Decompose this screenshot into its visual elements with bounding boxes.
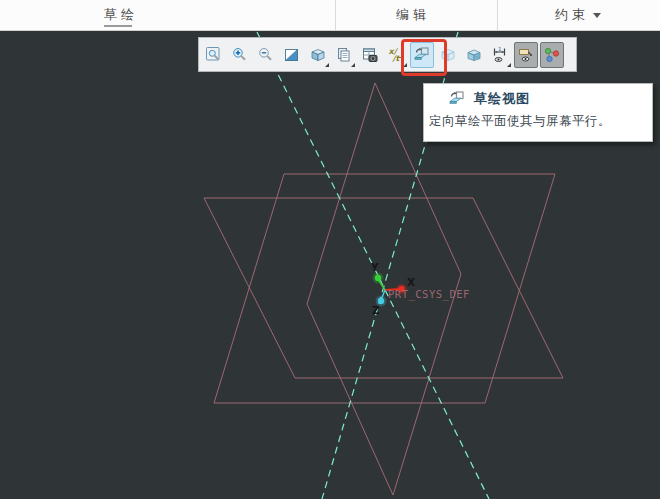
toolbar-button-repaint[interactable]: [280, 42, 304, 68]
zoom-in-icon: [231, 46, 249, 64]
toolbar-button-refit[interactable]: [202, 42, 226, 68]
toolbar-button-zoom-out[interactable]: [254, 42, 278, 68]
tab-edit-label: 编辑: [396, 6, 430, 24]
plane-display-toggle-icon: [517, 46, 535, 64]
svg-text:1: 1: [498, 46, 502, 52]
csys-axis-y-dot[interactable]: [375, 275, 381, 281]
dropdown-corner-icon: [507, 63, 511, 67]
repaint-icon: [283, 46, 301, 64]
toolbar-button-spin-center-toggle[interactable]: [540, 42, 564, 68]
ribbon-bar: 草绘 编辑 约束: [0, 0, 660, 31]
graphics-toolbar: x/ /t: [198, 37, 577, 72]
tab-constrain-label: 约束: [555, 6, 589, 24]
csys-label[interactable]: PRT_CSYS_DEF: [388, 288, 470, 301]
zoom-out-icon: [257, 46, 275, 64]
tooltip-header: 草绘视图: [448, 90, 646, 108]
toolbar-button-dimension-display[interactable]: 1: [488, 42, 512, 68]
chevron-down-icon: [593, 13, 601, 18]
view-manager-icon: [361, 46, 379, 64]
toolbar-button-zoom-in[interactable]: [228, 42, 252, 68]
saved-orientations-icon: [335, 46, 353, 64]
toolbar-button-saved-orientations[interactable]: [332, 42, 356, 68]
toolbar-button-view-manager[interactable]: [358, 42, 382, 68]
perspective-view-icon: [465, 46, 483, 64]
tab-edit[interactable]: 编辑: [396, 0, 430, 30]
toolbar-button-plane-display-toggle[interactable]: [514, 42, 538, 68]
toolbar-button-display-style[interactable]: [306, 42, 330, 68]
dropdown-corner-icon: [351, 63, 355, 67]
dropdown-corner-icon: [325, 63, 329, 67]
csys-axis-label-y: Y: [370, 261, 379, 273]
tab-constrain[interactable]: 约束: [555, 0, 601, 30]
refit-icon: [205, 46, 223, 64]
spin-center-toggle-icon: [543, 46, 561, 64]
tooltip: 草绘视图 定向草绘平面使其与屏幕平行。: [423, 83, 653, 142]
ribbon-divider: [497, 0, 498, 30]
csys-axis-label-z: Z: [372, 304, 380, 316]
ribbon-divider: [335, 0, 336, 30]
tooltip-title: 草绘视图: [474, 90, 530, 108]
tab-sketch-label: 草绘: [104, 6, 138, 24]
tab-sketch[interactable]: 草绘: [104, 0, 138, 30]
svg-text:/t: /t: [392, 54, 401, 63]
sketch-view-icon: [448, 90, 466, 108]
display-style-icon: [309, 46, 327, 64]
tooltip-description: 定向草绘平面使其与屏幕平行。: [429, 113, 646, 130]
sketch-canvas[interactable]: XYZPRT_CSYS_DEF: [0, 0, 660, 499]
toolbar-button-perspective-view[interactable]: [462, 42, 486, 68]
dimension-display-icon: 1: [491, 46, 509, 64]
csys-axis-label-x: X: [407, 276, 415, 288]
highlight-box: [401, 39, 447, 76]
